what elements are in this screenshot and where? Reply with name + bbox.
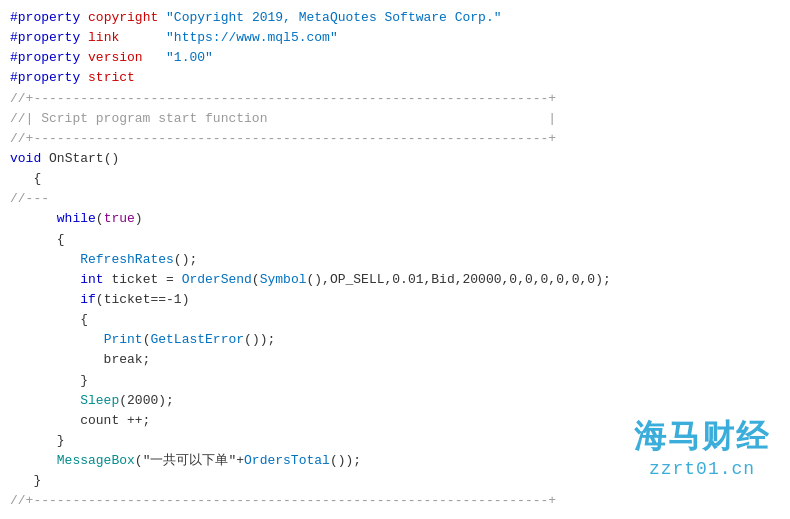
code-line-2: #property link "https://www.mql5.com" (10, 28, 780, 48)
code-line-26: //+-------------------------------------… (10, 491, 780, 511)
code-line-22: } (10, 431, 780, 451)
code-line-20: Sleep(2000); (10, 391, 780, 411)
code-line-25: } (10, 471, 780, 491)
code-line-21: count ++; (10, 411, 780, 431)
code-line-11: while(true) (10, 209, 780, 229)
code-line-13: RefreshRates(); (10, 250, 780, 270)
code-line-17: Print(GetLastError()); (10, 330, 780, 350)
code-line-3: #property version "1.00" (10, 48, 780, 68)
code-line-19: } (10, 371, 780, 391)
code-line-5: //+-------------------------------------… (10, 89, 780, 109)
code-line-10: //--- (10, 189, 780, 209)
code-line-14: int ticket = OrderSend(Symbol(),OP_SELL,… (10, 270, 780, 290)
code-line-8: void OnStart() (10, 149, 780, 169)
code-line-16: { (10, 310, 780, 330)
code-line-7: //+-------------------------------------… (10, 129, 780, 149)
code-line-18: break; (10, 350, 780, 370)
code-line-4: #property strict (10, 68, 780, 88)
code-line-9: { (10, 169, 780, 189)
code-editor: #property copyright "Copyright 2019, Met… (0, 0, 790, 519)
code-line-15: if(ticket==-1) (10, 290, 780, 310)
code-line-1: #property copyright "Copyright 2019, Met… (10, 8, 780, 28)
code-line-23: MessageBox("一共可以下单"+OrdersTotal()); (10, 451, 780, 471)
code-line-6: //| Script program start function | (10, 109, 780, 129)
code-line-12: { (10, 230, 780, 250)
